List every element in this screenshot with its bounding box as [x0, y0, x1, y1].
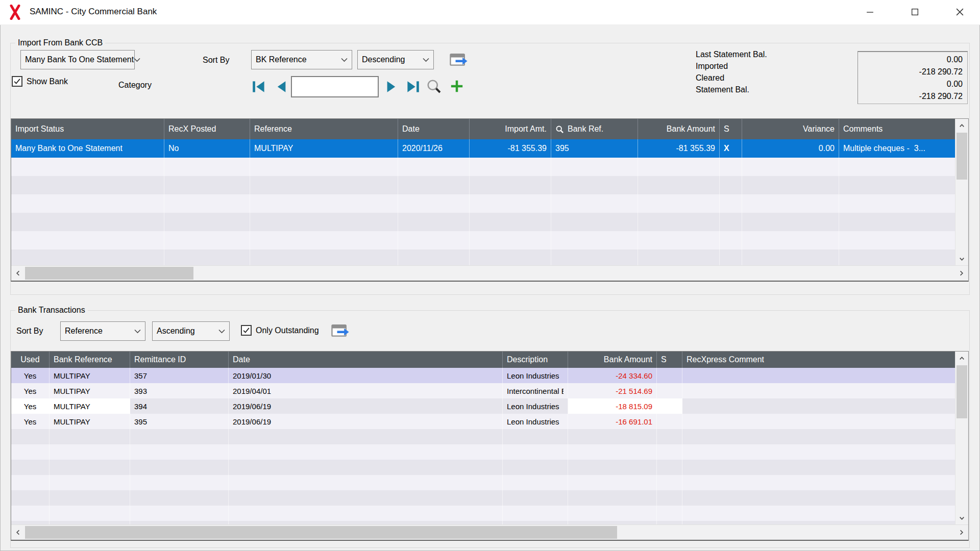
- empty-cell: [568, 475, 657, 490]
- column-header-bank_reference[interactable]: Bank Reference: [50, 352, 130, 368]
- scrollbar-thumb[interactable]: [957, 365, 967, 418]
- column-header-import_status[interactable]: Import Status: [11, 119, 164, 139]
- column-label: S: [724, 124, 729, 134]
- empty-cell: [568, 490, 657, 506]
- empty-cell: [250, 158, 398, 176]
- close-button[interactable]: [945, 0, 974, 24]
- maximize-button[interactable]: [900, 0, 929, 24]
- empty-cell: [682, 475, 955, 490]
- empty-cell: [470, 249, 551, 266]
- column-label: Remittance ID: [134, 355, 186, 364]
- sort-direction-select[interactable]: Descending: [357, 50, 434, 69]
- empty-cell: [742, 213, 839, 231]
- empty-cell: [11, 506, 50, 521]
- cell-comment: [682, 383, 955, 398]
- column-header-description[interactable]: Description: [503, 352, 568, 368]
- empty-cell: [638, 249, 720, 266]
- empty-cell: [398, 176, 470, 194]
- cell-variance: 0.00: [742, 139, 839, 158]
- table-row[interactable]: Many Bank to One StatementNoMULTIPAY2020…: [11, 139, 955, 158]
- column-header-used[interactable]: Used: [11, 352, 50, 368]
- scrollbar-thumb[interactable]: [25, 526, 617, 539]
- column-header-s[interactable]: S: [657, 352, 682, 368]
- empty-cell: [657, 429, 682, 444]
- scroll-down-icon[interactable]: [955, 512, 968, 524]
- nav-previous-icon[interactable]: [274, 79, 289, 94]
- horizontal-scrollbar[interactable]: [11, 524, 968, 540]
- scroll-down-icon[interactable]: [955, 253, 968, 265]
- sort-field-select[interactable]: BK Reference: [251, 50, 352, 69]
- minimize-button[interactable]: [855, 0, 885, 24]
- nav-last-icon[interactable]: [404, 79, 422, 94]
- table-row[interactable]: YesMULTIPAY3942019/06/19Leon Industries-…: [11, 398, 955, 414]
- column-header-import_amt[interactable]: Import Amt.: [470, 119, 551, 139]
- vertical-scrollbar[interactable]: [955, 119, 968, 266]
- vertical-scrollbar[interactable]: [955, 352, 968, 525]
- show-bank-checkbox[interactable]: [12, 76, 22, 87]
- cell-remittance_id: 393: [130, 383, 229, 398]
- cell-bank_amount: -24 334.60: [568, 368, 657, 383]
- search-icon[interactable]: [425, 78, 443, 95]
- column-header-comments[interactable]: Comments: [839, 119, 955, 139]
- cell-s: [657, 398, 682, 414]
- scroll-right-icon[interactable]: [955, 526, 968, 539]
- import-mode-select[interactable]: Many Bank To One Statement: [20, 50, 135, 69]
- scrollbar-thumb[interactable]: [957, 133, 967, 180]
- empty-cell: [229, 506, 503, 521]
- column-header-bank_amount[interactable]: Bank Amount: [638, 119, 720, 139]
- empty-cell: [720, 158, 742, 176]
- empty-cell: [568, 506, 657, 521]
- cell-s: X: [720, 139, 742, 158]
- finder-input[interactable]: [291, 76, 379, 97]
- transactions-sort-field-select[interactable]: Reference: [60, 321, 145, 341]
- empty-cell: [50, 444, 130, 460]
- cell-s: [657, 368, 682, 383]
- scroll-right-icon[interactable]: [955, 267, 968, 280]
- column-header-date[interactable]: Date: [229, 352, 503, 368]
- nav-first-icon[interactable]: [250, 79, 268, 94]
- empty-cell: [568, 429, 657, 444]
- scroll-up-icon[interactable]: [955, 119, 968, 132]
- empty-cell: [130, 444, 229, 460]
- empty-cell: [11, 176, 164, 194]
- add-icon[interactable]: [449, 79, 464, 94]
- empty-cell: [682, 429, 955, 444]
- only-outstanding-checkbox[interactable]: [241, 325, 252, 336]
- cell-s: [657, 383, 682, 398]
- column-header-variance[interactable]: Variance: [742, 119, 839, 139]
- empty-cell: [164, 213, 250, 231]
- sort-by-label: Sort By: [203, 56, 229, 65]
- empty-cell: [250, 194, 398, 213]
- scrollbar-thumb[interactable]: [25, 267, 193, 280]
- statement-stats-values: 0.00 -218 290.72 0.00 -218 290.72: [857, 51, 968, 104]
- empty-cell: [839, 213, 955, 231]
- cell-date: 2019/01/30: [229, 368, 503, 383]
- column-header-s[interactable]: S: [720, 119, 742, 139]
- scroll-left-icon[interactable]: [12, 267, 24, 280]
- column-header-remittance_id[interactable]: Remittance ID: [130, 352, 229, 368]
- column-header-bank_ref[interactable]: Bank Ref.: [551, 119, 638, 139]
- open-in-new-window-icon[interactable]: [449, 53, 469, 69]
- table-row[interactable]: YesMULTIPAY3572019/01/30Leon Industries-…: [11, 368, 955, 383]
- scroll-left-icon[interactable]: [12, 526, 24, 539]
- empty-cell: [470, 194, 551, 213]
- column-header-reference[interactable]: Reference: [250, 119, 398, 139]
- column-header-comment[interactable]: RecXpress Comment: [682, 352, 955, 368]
- empty-cell: [657, 444, 682, 460]
- empty-cell: [551, 231, 638, 249]
- column-header-date[interactable]: Date: [398, 119, 470, 139]
- horizontal-scrollbar[interactable]: [11, 265, 968, 281]
- nav-next-icon[interactable]: [384, 79, 399, 94]
- table-row[interactable]: YesMULTIPAY3952019/06/19Leon Industries-…: [11, 414, 955, 429]
- cell-bank_amount: -81 355.39: [638, 139, 720, 158]
- scroll-up-icon[interactable]: [955, 352, 968, 365]
- stat-value: 0.00: [858, 78, 963, 90]
- table-row[interactable]: YesMULTIPAY3932019/04/01Intercontinental…: [11, 383, 955, 398]
- transactions-sort-direction-select[interactable]: Ascending: [152, 321, 230, 341]
- category-label: Category: [118, 81, 152, 90]
- column-header-bank_amount[interactable]: Bank Amount: [568, 352, 657, 368]
- open-in-new-window-icon[interactable]: [331, 323, 350, 340]
- empty-cell: [229, 460, 503, 475]
- chevron-down-icon: [341, 55, 348, 64]
- column-header-recx_posted[interactable]: RecX Posted: [164, 119, 250, 139]
